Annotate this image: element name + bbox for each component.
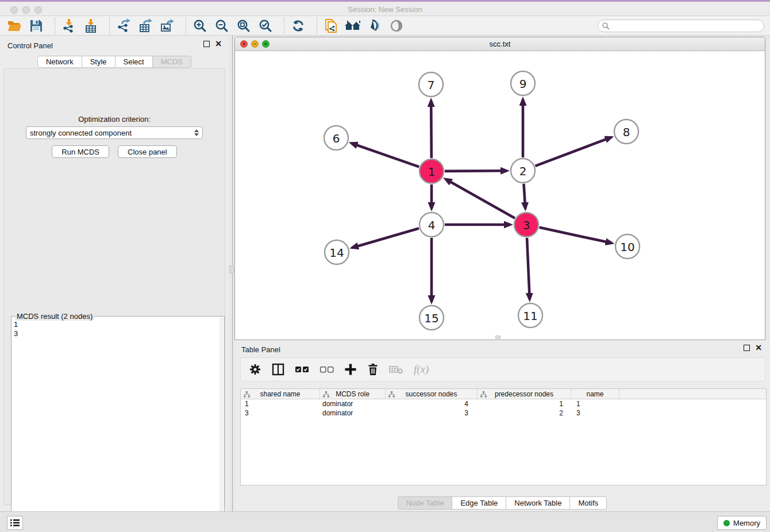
open-session-icon[interactable]	[6, 18, 23, 34]
graph-node-6[interactable]: 6	[324, 126, 348, 150]
table-cell[interactable]: dominator	[320, 399, 386, 408]
graph-edge-2-3[interactable]	[523, 184, 525, 209]
close-panel-button[interactable]: Close panel	[118, 145, 177, 158]
table-cell[interactable]: 3	[386, 408, 478, 418]
graph-edge-3-11[interactable]	[527, 238, 530, 299]
function-builder-icon[interactable]: f(x)	[414, 361, 429, 377]
vertical-splitter[interactable]	[229, 36, 234, 511]
svg-text:11: 11	[523, 309, 537, 323]
control-panel-title: Control Panel	[7, 41, 53, 50]
import-network-icon[interactable]	[60, 18, 78, 34]
table-cell[interactable]: 1	[478, 399, 571, 408]
graph-node-8[interactable]: 8	[614, 119, 638, 144]
import-table-icon[interactable]	[82, 18, 99, 34]
duplicate-network-icon[interactable]	[322, 18, 340, 34]
zoom-out-icon[interactable]	[213, 18, 230, 34]
column-header-name[interactable]: name	[571, 389, 619, 399]
tab-select[interactable]: Select	[116, 56, 153, 68]
table-cell[interactable]: 1	[571, 399, 619, 408]
graph-edge-2-8[interactable]	[536, 137, 611, 166]
table-cell[interactable]: 2	[478, 408, 571, 418]
hierarchy-icon	[244, 391, 250, 399]
toolbar-separator	[186, 18, 186, 34]
tab-motifs[interactable]: Motifs	[570, 496, 607, 510]
refresh-icon[interactable]	[290, 18, 307, 34]
add-icon[interactable]	[344, 361, 357, 377]
splitter-grip[interactable]	[229, 265, 234, 273]
canvas-grip[interactable]	[495, 336, 500, 339]
network-window-titlebar[interactable]: × − + scc.txt	[235, 37, 765, 51]
network-graph[interactable]: 7968124314101511	[235, 51, 765, 340]
export-table-icon[interactable]	[137, 18, 154, 34]
tab-mcds[interactable]: MCDS	[153, 56, 191, 68]
memory-button[interactable]: Memory	[717, 516, 767, 530]
network-canvas[interactable]: 7968124314101511	[235, 51, 765, 340]
column-header-mcds-role[interactable]: MCDS role	[320, 389, 386, 399]
delete-icon[interactable]	[367, 361, 379, 377]
table-cell[interactable]: dominator	[320, 408, 386, 418]
table-row[interactable]: 1dominator411	[241, 399, 766, 408]
tab-node-table[interactable]: Node Table	[398, 496, 453, 510]
zoom-selected-icon[interactable]	[257, 18, 274, 34]
table-cell[interactable]: 3	[241, 408, 320, 418]
graph-node-1[interactable]: 1	[419, 159, 444, 183]
graph-node-15[interactable]: 15	[419, 306, 444, 330]
column-header-predecessor-nodes[interactable]: predecessor nodes	[478, 389, 571, 399]
delete-table-icon[interactable]	[389, 361, 404, 377]
search-field	[598, 20, 764, 32]
tab-network[interactable]: Network	[37, 56, 82, 68]
table-cell[interactable]: 1	[241, 399, 320, 408]
mcds-result-text[interactable]: 1 3	[14, 320, 217, 531]
table-cell[interactable]: 3	[571, 408, 619, 418]
graph-edge-1-6[interactable]	[351, 143, 419, 167]
svg-text:1: 1	[428, 165, 436, 179]
tab-edge-table[interactable]: Edge Table	[452, 496, 506, 510]
home-network-icon[interactable]	[344, 18, 361, 34]
export-image-icon[interactable]	[159, 18, 176, 34]
run-mcds-button[interactable]: Run MCDS	[52, 145, 109, 158]
export-network-icon[interactable]	[115, 18, 132, 34]
close-panel-icon[interactable]: ✕	[215, 41, 222, 47]
status-bar: Memory	[0, 511, 770, 532]
show-hide-icon[interactable]	[388, 18, 405, 34]
network-window-title: scc.txt	[235, 40, 765, 48]
search-input[interactable]	[598, 20, 764, 32]
graph-node-11[interactable]: 11	[518, 303, 542, 327]
graph-node-7[interactable]: 7	[419, 72, 443, 97]
zoom-in-icon[interactable]	[191, 18, 209, 34]
hierarchy-icon	[323, 391, 329, 399]
tab-style[interactable]: Style	[82, 56, 116, 68]
task-history-button[interactable]	[7, 516, 23, 530]
graph-edge-1-7[interactable]	[431, 101, 432, 158]
table-toolbar: f(x)	[240, 357, 765, 381]
split-columns-icon[interactable]	[271, 361, 285, 377]
graph-node-4[interactable]: 4	[419, 213, 444, 237]
graph-node-9[interactable]: 9	[511, 71, 535, 95]
result-scrollbar[interactable]	[220, 317, 224, 532]
deselect-all-icon[interactable]	[319, 361, 334, 377]
save-session-icon[interactable]	[28, 18, 45, 34]
graph-edge-3-1[interactable]	[445, 179, 515, 218]
table-row[interactable]: 3dominator323	[241, 408, 766, 418]
close-panel-icon[interactable]: ✕	[755, 345, 762, 351]
svg-text:9: 9	[519, 77, 527, 91]
table-cell[interactable]: 4	[386, 399, 478, 408]
optimization-criterion-select[interactable]: strongly connected component	[26, 126, 203, 139]
gear-icon[interactable]	[249, 361, 261, 377]
graph-edge-1-2[interactable]	[445, 171, 507, 171]
column-header-successor-nodes[interactable]: successor nodes	[386, 389, 478, 399]
app-title: Session: New Session	[0, 5, 770, 14]
float-panel-icon[interactable]	[744, 345, 750, 351]
column-header-shared-name[interactable]: shared name	[241, 389, 320, 399]
graph-node-3[interactable]: 3	[514, 213, 538, 237]
graph-node-2[interactable]: 2	[511, 159, 535, 183]
zoom-fit-icon[interactable]	[235, 18, 252, 34]
select-all-icon[interactable]	[295, 361, 310, 377]
graph-edge-3-10[interactable]	[539, 228, 611, 243]
graph-edge-4-14[interactable]	[352, 228, 419, 248]
tab-network-table[interactable]: Network Table	[506, 496, 570, 510]
graph-node-10[interactable]: 10	[615, 234, 640, 259]
graph-node-14[interactable]: 14	[325, 240, 349, 264]
float-panel-icon[interactable]	[203, 41, 210, 47]
apply-style-icon[interactable]	[366, 18, 383, 34]
